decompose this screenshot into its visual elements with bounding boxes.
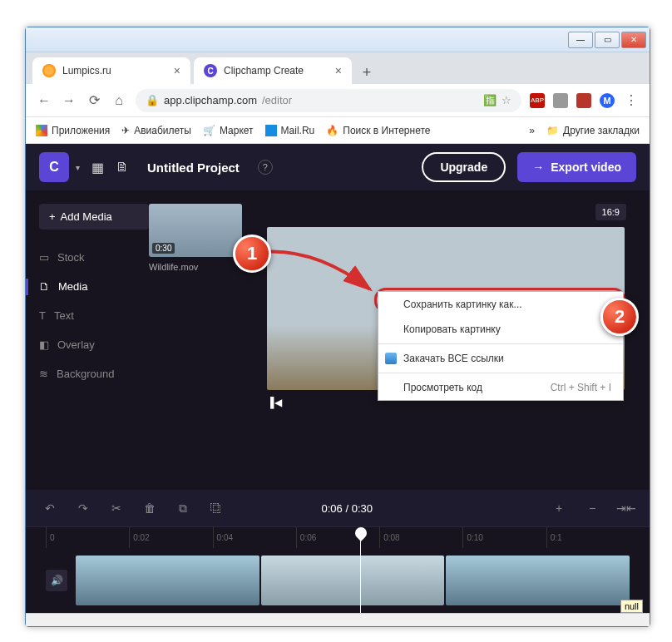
bookmark-avia[interactable]: ✈Авиабилеты xyxy=(121,125,191,136)
tab-clipchamp[interactable]: C Clipchamp Create × xyxy=(194,57,352,84)
tick: 0:10 xyxy=(462,527,546,548)
thumb-filename: Wildlife.mov xyxy=(149,262,242,272)
bookmarks-bar: Приложения ✈Авиабилеты 🛒Маркет Mail.Ru 🔥… xyxy=(26,117,650,144)
tick: 0:04 xyxy=(213,527,296,548)
minimize-button[interactable]: — xyxy=(568,32,593,48)
plus-icon: + xyxy=(49,210,56,223)
annotation-badge-1: 1 xyxy=(233,235,271,273)
fit-icon[interactable]: ⇥⇤ xyxy=(616,501,635,515)
timeline-ruler[interactable]: 0 0:02 0:04 0:06 0:08 0:10 0:1 xyxy=(26,526,650,548)
url-field[interactable]: 🔒 app.clipchamp.com/editor 🈯 ☆ xyxy=(136,89,521,112)
stock-icon: ▭ xyxy=(39,251,49,264)
export-button[interactable]: →Export video xyxy=(517,152,636,182)
new-tab-button[interactable]: + xyxy=(355,61,378,84)
thumb-duration: 0:30 xyxy=(152,243,175,254)
url-host: app.clipchamp.com xyxy=(164,94,257,106)
add-media-button[interactable]: +Add Media xyxy=(39,204,149,230)
profile-avatar[interactable]: M xyxy=(600,93,615,108)
document-icon[interactable]: 🗎 xyxy=(116,160,129,175)
bookmark-mail[interactable]: Mail.Ru xyxy=(265,125,315,136)
url-path: /editor xyxy=(262,94,292,106)
ctx-copy-image[interactable]: Копировать картинку xyxy=(378,317,623,342)
lock-icon: 🔒 xyxy=(146,94,159,106)
tick: 0:1 xyxy=(546,527,630,548)
address-bar: ← → ⟳ ⌂ 🔒 app.clipchamp.com/editor 🈯 ☆ A… xyxy=(26,84,650,117)
redo-icon[interactable]: ↷ xyxy=(74,501,92,515)
media-icon: 🗋 xyxy=(39,280,50,293)
help-icon[interactable]: ? xyxy=(258,160,273,175)
zoom-in-icon[interactable]: + xyxy=(550,501,568,515)
timeline-time: 0:06 / 0:30 xyxy=(322,502,373,515)
bookmark-search[interactable]: 🔥Поиск в Интернете xyxy=(326,125,430,136)
folder-icon: 📁 xyxy=(546,125,559,136)
horizontal-scrollbar[interactable] xyxy=(26,613,650,626)
bookmark-market[interactable]: 🛒Маркет xyxy=(203,125,254,136)
duplicate-icon[interactable]: ⿻ xyxy=(207,501,225,515)
star-icon[interactable]: ☆ xyxy=(502,94,511,106)
search-icon: 🔥 xyxy=(326,125,338,136)
browser-tabs: Lumpics.ru × C Clipchamp Create × + xyxy=(26,52,650,84)
ctx-download-all[interactable]: Закачать ВСЕ ссылки xyxy=(378,346,623,371)
sidebar-item-stock[interactable]: ▭Stock xyxy=(39,243,149,272)
volume-icon[interactable]: 🔊 xyxy=(46,570,67,591)
annotation-badge-2: 2 xyxy=(600,298,639,336)
sidebar-item-media[interactable]: 🗋Media xyxy=(39,272,149,301)
timeline-toolbar: ↶ ↷ ✂ 🗑 ⧉ ⿻ 0:06 / 0:30 + − ⇥⇤ xyxy=(26,490,650,526)
copy-icon[interactable]: ⧉ xyxy=(174,501,192,516)
bookmark-other[interactable]: 📁Другие закладки xyxy=(546,125,640,136)
ctx-inspect[interactable]: Просмотреть кодCtrl + Shift + I xyxy=(378,375,623,400)
prev-frame-icon[interactable]: ▐◀ xyxy=(267,397,282,486)
apps-icon xyxy=(36,125,47,136)
media-panel: 0:30 Wildlife.mov xyxy=(149,190,242,490)
favicon-lumpics xyxy=(42,64,56,77)
extension-icon[interactable] xyxy=(576,93,591,108)
tick: 0:02 xyxy=(129,527,212,548)
app-logo[interactable]: C xyxy=(39,152,69,182)
back-icon[interactable]: ← xyxy=(36,93,52,108)
tick: 0 xyxy=(46,527,129,548)
close-button[interactable]: ✕ xyxy=(621,32,646,48)
adblock-icon[interactable]: ABP xyxy=(530,93,545,108)
extension-icon[interactable] xyxy=(553,93,568,108)
forward-icon[interactable]: → xyxy=(61,93,77,108)
tab-lumpics[interactable]: Lumpics.ru × xyxy=(32,57,190,84)
favicon-clipchamp: C xyxy=(204,64,217,77)
null-tooltip: null xyxy=(620,600,643,613)
delete-icon[interactable]: 🗑 xyxy=(141,501,159,515)
media-thumbnail[interactable]: 0:30 xyxy=(149,204,242,257)
menu-icon[interactable]: ⋮ xyxy=(623,92,640,108)
timeline-clip[interactable] xyxy=(76,556,259,605)
tick: 0:06 xyxy=(296,527,379,548)
tab-title: Clipchamp Create xyxy=(224,65,304,77)
layers-icon: ≋ xyxy=(39,368,48,380)
translate-icon[interactable]: 🈯 xyxy=(483,94,497,106)
chevron-down-icon[interactable]: ▾ xyxy=(76,163,80,172)
maximize-button[interactable]: ▭ xyxy=(595,32,620,48)
reload-icon[interactable]: ⟳ xyxy=(86,92,102,108)
sidebar-item-text[interactable]: TText xyxy=(39,301,149,330)
download-icon xyxy=(385,353,397,364)
project-title[interactable]: Untitled Project xyxy=(147,160,240,175)
zoom-out-icon[interactable]: − xyxy=(583,501,601,515)
timeline-clip[interactable] xyxy=(261,556,445,605)
timeline-clip[interactable] xyxy=(446,556,630,605)
context-menu: Сохранить картинку как... Копировать кар… xyxy=(378,291,624,401)
cart-icon: 🛒 xyxy=(203,125,215,136)
timeline-track[interactable]: 🔊 xyxy=(26,548,650,613)
arrow-right-icon: → xyxy=(532,160,544,174)
undo-icon[interactable]: ↶ xyxy=(41,501,59,515)
cut-icon[interactable]: ✂ xyxy=(107,501,126,515)
more-icon[interactable]: » xyxy=(529,125,535,136)
home-icon[interactable]: ⌂ xyxy=(111,93,127,108)
bookmark-apps[interactable]: Приложения xyxy=(36,125,110,136)
mail-icon xyxy=(265,125,277,136)
close-icon[interactable]: × xyxy=(174,64,180,77)
upgrade-button[interactable]: Upgrade xyxy=(422,152,506,182)
ctx-save-image[interactable]: Сохранить картинку как... xyxy=(378,292,623,317)
sidebar-item-background[interactable]: ≋Background xyxy=(39,359,149,388)
text-icon: T xyxy=(39,309,46,322)
video-icon[interactable]: ▦ xyxy=(91,160,104,175)
aspect-ratio[interactable]: 16:9 xyxy=(595,204,626,220)
sidebar-item-overlay[interactable]: ◧Overlay xyxy=(39,330,149,359)
close-icon[interactable]: × xyxy=(335,64,342,77)
